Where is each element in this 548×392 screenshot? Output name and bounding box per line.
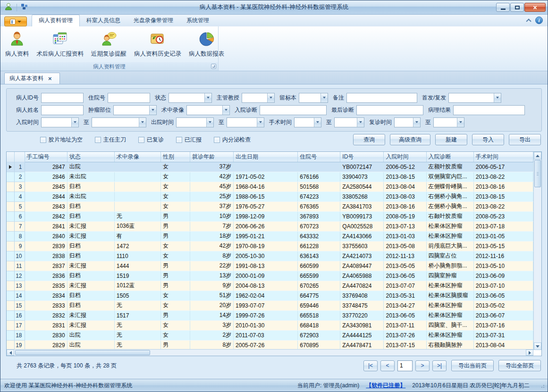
table-cell[interactable]: 42岁	[190, 172, 233, 182]
table-cell[interactable]: 1968-04-16	[234, 182, 298, 192]
table-cell[interactable]: 未汇报	[67, 310, 114, 320]
last-page-button[interactable]: >|	[432, 360, 447, 371]
row-selector-cell[interactable]	[7, 330, 14, 340]
row-selector-cell[interactable]	[7, 261, 14, 271]
table-cell[interactable]: 659446	[298, 300, 340, 310]
combo-value[interactable]	[42, 118, 71, 127]
combo-value[interactable]	[177, 118, 206, 127]
row-number-cell[interactable]: 17	[14, 320, 25, 330]
table-cell[interactable]: 1988-06-15	[234, 192, 298, 201]
table-row[interactable]: 192829出院无男8岁2005-07-26670895ZA4478471201…	[7, 340, 533, 350]
row-number-cell[interactable]: 9	[14, 241, 25, 251]
table-cell[interactable]: 665518	[298, 310, 340, 320]
vertical-scrollbar[interactable]	[533, 152, 541, 350]
table-cell[interactable]: 无	[114, 320, 160, 330]
combo-value[interactable]	[335, 118, 357, 127]
table-row[interactable]: 42844未出院女25岁1988-06-15674223338052682013…	[7, 192, 533, 201]
table-cell[interactable]: 未汇报	[67, 261, 114, 271]
table-cell[interactable]: 1995-01-21	[234, 231, 298, 241]
combo-dropdown-button[interactable]	[320, 93, 328, 102]
first-page-button[interactable]: |<	[363, 360, 378, 371]
table-cell[interactable]: 501568	[298, 182, 340, 192]
filter-combo[interactable]	[227, 117, 264, 127]
table-cell[interactable]: 2004-08-13	[234, 281, 298, 291]
table-cell[interactable]: 1519	[114, 271, 160, 281]
combo-value[interactable]	[187, 106, 222, 115]
table-cell[interactable]: 670723	[298, 221, 340, 231]
table-cell[interactable]: ZA4065988	[340, 271, 384, 281]
row-number-cell[interactable]: 14	[14, 291, 25, 300]
table-cell[interactable]: 2013-05-31	[384, 291, 426, 300]
table-cell[interactable]: 归档	[67, 251, 114, 261]
row-number-cell[interactable]: 19	[14, 340, 25, 350]
row-number-cell[interactable]: 13	[14, 281, 25, 291]
horizontal-scroll-thumb[interactable]	[15, 350, 150, 355]
row-selector-cell[interactable]	[7, 281, 14, 291]
table-cell[interactable]: 归档	[67, 300, 114, 310]
combo-dropdown-button[interactable]	[357, 118, 364, 127]
table-cell[interactable]: 14岁	[190, 310, 233, 320]
table-row[interactable]: 132835未汇报1012蓝男9岁2004-08-13670265ZA44708…	[7, 281, 533, 291]
table-cell[interactable]: 2013-07-11	[384, 320, 426, 330]
table-cell[interactable]: 2832	[25, 310, 67, 320]
filter-input[interactable]	[108, 93, 150, 103]
table-cell[interactable]	[114, 172, 160, 182]
table-cell[interactable]: 女	[160, 300, 190, 310]
table-cell[interactable]: 2013-08-15	[384, 172, 426, 182]
table-cell[interactable]: 2841	[25, 221, 67, 231]
action-button[interactable]: 查询	[353, 134, 385, 145]
table-cell[interactable]: 归档	[67, 241, 114, 251]
table-cell[interactable]: 670265	[298, 281, 340, 291]
table-cell[interactable]: 女	[160, 172, 190, 182]
table-cell[interactable]: 2013-08-16	[473, 182, 533, 192]
table-cell[interactable]: 2006-06-26	[234, 221, 298, 231]
table-cell[interactable]: 左额叶胶质瘤	[426, 162, 473, 172]
table-cell[interactable]: 2829	[25, 340, 67, 350]
scroll-up-button[interactable]	[534, 152, 541, 159]
table-cell[interactable]: 2013-04-27	[384, 300, 426, 310]
table-cell[interactable]: 2005-10-30	[234, 251, 298, 261]
table-cell[interactable]: 2010-01-30	[234, 320, 298, 330]
table-cell[interactable]: 2013-08-22	[473, 172, 533, 182]
combo-value[interactable]	[242, 93, 267, 102]
table-cell[interactable]: 女	[160, 192, 190, 201]
table-cell[interactable]: 25岁	[190, 192, 233, 201]
column-header[interactable]: 就诊年龄	[190, 152, 233, 162]
table-cell[interactable]: 1993-07-07	[234, 300, 298, 310]
table-row[interactable]: 52843归档女37岁1976-05-27676365ZA38417032013…	[7, 201, 533, 211]
table-cell[interactable]: 四脑室肿瘤	[426, 271, 473, 281]
table-cell[interactable]: 2008-05-23	[473, 211, 533, 221]
table-cell[interactable]: 松果体区肿瘤	[426, 310, 473, 320]
table-cell[interactable]: 无	[114, 330, 160, 340]
row-selector-cell[interactable]	[7, 340, 14, 350]
table-cell[interactable]: 2842	[25, 211, 67, 221]
table-row[interactable]: 62842归档无男10岁1998-12-09367893YB0099173200…	[7, 211, 533, 221]
table-cell[interactable]: 归档	[67, 182, 114, 192]
table-cell[interactable]: 女	[160, 320, 190, 330]
table-cell[interactable]: 2846	[25, 172, 67, 182]
table-cell[interactable]: 男	[160, 310, 190, 320]
revisit-reminder-button[interactable]: 近期复诊提醒	[87, 28, 130, 60]
table-cell[interactable]: ZA4444125	[340, 330, 384, 340]
row-selector-cell[interactable]	[7, 231, 14, 241]
filter-combo[interactable]	[41, 117, 79, 127]
table-cell[interactable]: 1517	[114, 310, 160, 320]
column-header[interactable]: 入院诊断	[426, 152, 473, 162]
filter-combo[interactable]	[433, 117, 464, 127]
table-cell[interactable]: 男	[160, 340, 190, 350]
table-cell[interactable]: ZA2580544	[340, 182, 384, 192]
scroll-down-button[interactable]	[534, 342, 541, 350]
table-row[interactable]: 152833归档无女20岁1993-07-0765944633748475201…	[7, 300, 533, 310]
table-row[interactable]: 162832未汇报1517男14岁1999-07-266655183377022…	[7, 310, 533, 320]
history-record-button[interactable]: 病人资料历史记录	[130, 28, 185, 60]
filter-checkbox[interactable]: 内分泌检查	[214, 136, 251, 144]
table-cell[interactable]: 37岁	[190, 162, 233, 172]
scroll-left-button[interactable]	[7, 350, 14, 356]
table-cell[interactable]: ZA3430981	[340, 320, 384, 330]
table-cell[interactable]: 1991-08-13	[234, 261, 298, 271]
combo-dropdown-button[interactable]	[149, 106, 156, 115]
info-icon[interactable]: i	[535, 17, 543, 24]
table-cell[interactable]: 674223	[298, 192, 340, 201]
table-cell[interactable]: ZA4478471	[340, 340, 384, 350]
export-all-pages-button[interactable]: 导出全部页	[498, 360, 541, 371]
